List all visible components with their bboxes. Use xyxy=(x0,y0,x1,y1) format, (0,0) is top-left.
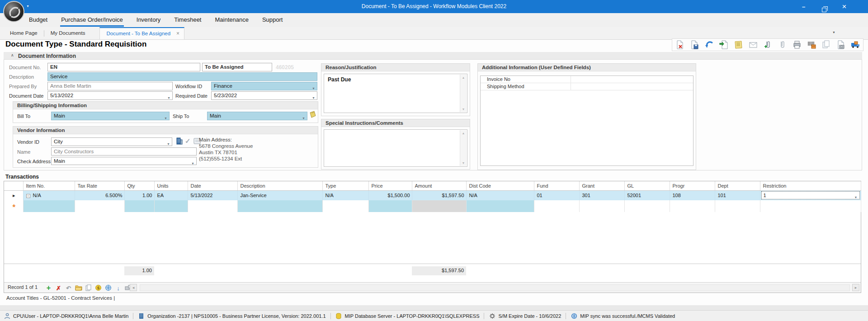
import-rows-icon[interactable] xyxy=(114,284,122,292)
tab-document-to-be-assigned[interactable]: Document - To Be Assigned xyxy=(99,27,184,39)
dropdown-caret-icon[interactable] xyxy=(312,85,315,90)
scrollbar[interactable] xyxy=(460,75,467,112)
special-instructions-textarea[interactable] xyxy=(324,129,467,167)
route-document-icon[interactable] xyxy=(718,40,729,50)
close-button[interactable] xyxy=(834,0,854,13)
delivery-truck-icon[interactable] xyxy=(850,40,861,50)
menu-item-inventory[interactable]: Inventory xyxy=(136,13,161,27)
new-row-cell[interactable] xyxy=(368,200,412,212)
cell-progr[interactable]: 108 xyxy=(670,190,715,200)
cell-dist-code[interactable]: N/A xyxy=(466,190,534,200)
new-row-cell[interactable] xyxy=(579,200,624,212)
web-lookup-icon[interactable] xyxy=(104,284,112,292)
new-row-cell[interactable] xyxy=(154,200,188,212)
cell-units[interactable]: EA xyxy=(154,190,188,200)
reason-justification-textarea[interactable]: Past Due xyxy=(324,74,467,113)
menu-item-purchase-order-invoice[interactable]: Purchase Order/Invoice xyxy=(60,13,124,27)
new-row-cell[interactable] xyxy=(624,200,670,212)
dropdown-caret-icon[interactable] xyxy=(167,94,170,100)
col-header-units[interactable]: Units xyxy=(154,181,188,190)
dropdown-caret-icon[interactable] xyxy=(167,140,170,146)
new-row-cell[interactable] xyxy=(322,200,368,212)
validate-check-icon[interactable] xyxy=(185,137,191,145)
new-row-cell[interactable] xyxy=(23,200,75,212)
new-row-cell[interactable] xyxy=(237,200,322,212)
cell-amount[interactable]: $1,597.50 xyxy=(412,190,466,200)
cell-item-no[interactable]: +N/A xyxy=(23,190,75,200)
address-book-icon[interactable] xyxy=(309,110,317,120)
col-header-qty[interactable]: Qty xyxy=(124,181,154,190)
minimize-button[interactable] xyxy=(793,0,814,13)
udf-row-shipping-method[interactable]: Shipping Method xyxy=(481,83,693,90)
cell-price[interactable]: $1,500.00 xyxy=(368,190,412,200)
udf-value[interactable] xyxy=(571,76,693,83)
restriction-editor[interactable]: 1 xyxy=(761,191,860,199)
save-document-icon[interactable] xyxy=(689,40,700,50)
document-no-input[interactable]: EN xyxy=(47,63,200,71)
col-header-type[interactable]: Type xyxy=(322,181,368,190)
document-image-icon[interactable] xyxy=(835,40,846,50)
email-icon[interactable] xyxy=(748,40,759,50)
dropdown-caret-icon[interactable] xyxy=(191,160,194,165)
col-header-description[interactable]: Description xyxy=(237,181,322,190)
new-row-cell[interactable] xyxy=(466,200,534,212)
memo-icon[interactable] xyxy=(733,40,744,50)
print-icon[interactable] xyxy=(792,40,802,50)
row-selector-cell[interactable] xyxy=(4,200,23,212)
attachments-icon[interactable] xyxy=(777,40,788,50)
add-row-icon[interactable] xyxy=(45,284,52,292)
delete-row-icon[interactable] xyxy=(55,284,62,292)
col-header-dist-code[interactable]: Dist Code xyxy=(466,181,534,190)
new-row-cell[interactable] xyxy=(188,200,237,212)
col-header-price[interactable]: Price xyxy=(368,181,412,190)
col-header-progr[interactable]: Progr xyxy=(670,181,715,190)
undo-row-icon[interactable] xyxy=(65,284,72,292)
new-row-cell[interactable] xyxy=(124,200,154,212)
scroll-down-icon[interactable] xyxy=(460,108,467,111)
new-row-cell[interactable] xyxy=(412,200,466,212)
col-header-fund[interactable]: Fund xyxy=(534,181,579,190)
send-back-icon[interactable] xyxy=(704,40,715,50)
app-logo-icon[interactable] xyxy=(3,1,24,22)
cell-grant[interactable]: 301 xyxy=(579,190,624,200)
vendor-lookup-icon[interactable] xyxy=(175,137,183,147)
cell-qty[interactable]: 1.00 xyxy=(124,190,154,200)
udf-row-invoice-no[interactable]: Invoice No xyxy=(481,76,693,83)
collapse-chevron-icon[interactable] xyxy=(11,53,14,57)
dropdown-caret-icon[interactable] xyxy=(302,114,305,120)
copy-row-icon[interactable] xyxy=(85,284,92,292)
menu-item-budget[interactable]: Budget xyxy=(28,13,48,27)
cell-restriction[interactable]: 1 xyxy=(760,190,861,200)
scroll-left-button[interactable] xyxy=(130,284,137,291)
cell-fund[interactable]: 01 xyxy=(534,190,579,200)
vendor-id-dropdown[interactable]: City xyxy=(51,137,172,146)
tab-close-icon[interactable] xyxy=(176,28,179,39)
col-header-grant[interactable]: Grant xyxy=(579,181,624,190)
scroll-up-icon[interactable] xyxy=(460,132,467,135)
col-header-date[interactable]: Date xyxy=(188,181,237,190)
open-template-icon[interactable] xyxy=(75,284,82,292)
col-header-amount[interactable]: Amount xyxy=(412,181,466,190)
col-header-dept[interactable]: Dept xyxy=(715,181,760,190)
col-header-restriction[interactable]: Restriction xyxy=(760,181,861,190)
check-address-id-dropdown[interactable]: Main xyxy=(51,157,197,165)
dropdown-caret-icon[interactable] xyxy=(312,94,315,100)
menu-item-maintenance[interactable]: Maintenance xyxy=(214,13,249,27)
transaction-row[interactable]: +N/A 6.500% 1.00 EA 5/13/2022 Jan-Servic… xyxy=(4,190,861,200)
cell-tax-rate[interactable]: 6.500% xyxy=(75,190,124,200)
ship-to-dropdown[interactable]: Main xyxy=(207,112,307,120)
cell-description[interactable]: Jan-Service xyxy=(237,190,322,200)
scroll-down-icon[interactable] xyxy=(460,161,467,165)
workflow-id-dropdown[interactable]: Finance xyxy=(211,82,317,90)
new-transaction-row[interactable] xyxy=(4,200,861,212)
cell-type[interactable]: N/A xyxy=(322,190,368,200)
col-header-gl[interactable]: GL xyxy=(624,181,670,190)
expand-row-icon[interactable]: + xyxy=(26,194,30,198)
row-selector-cell[interactable] xyxy=(4,190,23,200)
col-header-item-no[interactable]: Item No. xyxy=(23,181,75,190)
scroll-right-button[interactable] xyxy=(852,284,859,291)
tab-my-documents[interactable]: My Documents xyxy=(44,27,92,39)
budget-check-icon[interactable]: $ xyxy=(94,284,102,292)
new-row-cell[interactable] xyxy=(670,200,715,212)
tab-strip-dropdown-icon[interactable] xyxy=(832,31,835,34)
